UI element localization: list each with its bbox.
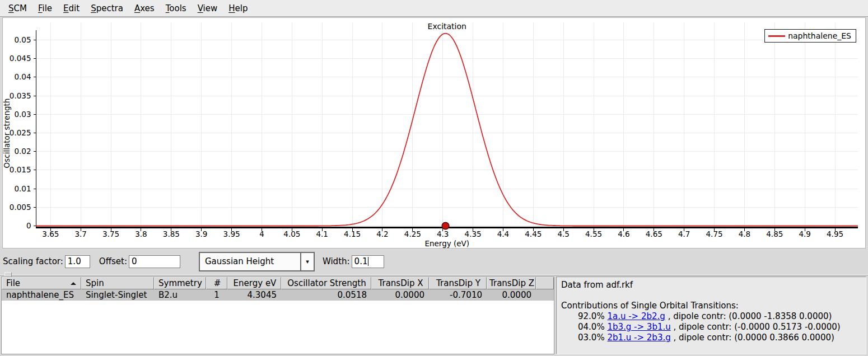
y-tick-label: 0.03 [14, 110, 31, 119]
y-tick-label: 0.005 [10, 203, 31, 212]
broadening-method-value: Gaussian Height [200, 253, 300, 270]
column-header-oscillator-strength[interactable]: Oscillator Strength [281, 277, 371, 289]
y-axis-label: Oscillator strength [3, 99, 11, 168]
column-header-label: File [6, 278, 20, 288]
gridlines [36, 22, 858, 228]
y-tick-label: 0.035 [10, 91, 31, 100]
column-header-file[interactable]: File [2, 277, 81, 289]
offset-label: Offset: [99, 256, 127, 266]
table-cell: naphthalene_ES [2, 289, 81, 301]
table-cell: Singlet-Singlet [81, 289, 154, 301]
menu-item-axes[interactable]: Axes [129, 2, 160, 15]
x-tick-label: 4.4 [497, 229, 509, 238]
scaling-factor-label: Scaling factor: [3, 256, 63, 266]
menu-item-file[interactable]: File [32, 2, 58, 15]
spectrum-curve [36, 34, 858, 226]
menu-item-tools[interactable]: Tools [160, 2, 192, 15]
chevron-down-icon: ▾ [300, 253, 314, 270]
table-cell: 0.0518 [281, 289, 371, 301]
y-tick-label: 0.05 [14, 35, 31, 44]
x-tick-label: 3.65 [42, 229, 59, 238]
x-tick-label: 4.5 [557, 229, 569, 238]
column-header-filler[interactable] [536, 277, 554, 289]
column-header-energy-ev[interactable]: Energy eV [227, 277, 281, 289]
contributions-list: 92.0% 1a.u -> 2b2.g , dipole contr: (0.0… [561, 311, 861, 343]
x-tick-label: 4.15 [344, 229, 361, 238]
legend-label: naphthalene_ES [788, 31, 851, 40]
contribution-detail: , dipole contr: (0.0000 -1.8358 0.0000) [665, 311, 832, 321]
x-tick-label: 4.9 [799, 229, 810, 238]
menu-item-scm[interactable]: SCM [3, 2, 32, 15]
y-tick-label: 0.015 [10, 165, 31, 174]
x-tick-label: 4.75 [706, 229, 723, 238]
x-tick-label: 4.55 [585, 229, 602, 238]
scaling-factor-input[interactable] [65, 255, 90, 268]
x-tick-label: 3.75 [102, 229, 119, 238]
contribution-percent: 03.0% [578, 332, 607, 343]
contribution-detail: , dipole contr: (0.0000 0.3866 0.0000) [671, 332, 834, 343]
column-header-label: Symmetry [158, 278, 202, 288]
x-tick-label: 4.1 [316, 229, 328, 238]
spectrum-chart: 3.653.73.753.83.853.93.9544.054.14.154.2… [3, 18, 865, 248]
broadening-method-select[interactable]: Gaussian Height ▾ [199, 252, 315, 271]
table-cell: -0.7010 [429, 289, 487, 301]
x-tick-label: 4.45 [525, 229, 542, 238]
table-cell: 0.0000 [371, 289, 429, 301]
column-header-label: Oscillator Strength [287, 278, 366, 288]
x-tick-label: 4.95 [827, 229, 843, 238]
chart-title: Excitation [428, 22, 466, 31]
x-tick-label: 4.2 [376, 229, 388, 238]
column-header-label: TransDip Z [489, 278, 534, 288]
column-header--[interactable]: # [206, 277, 227, 289]
text-caret [368, 257, 368, 266]
contribution-percent: 92.0% [578, 311, 607, 321]
table-cell: B2.u [154, 289, 206, 301]
x-tick-label: 3.8 [135, 229, 147, 238]
sort-ascending-icon [71, 282, 76, 285]
column-header-spin[interactable]: Spin [81, 277, 154, 289]
menu-item-spectra[interactable]: Spectra [85, 2, 129, 15]
column-header-transdip-y[interactable]: TransDip Y [429, 277, 487, 289]
y-tick-label: 0 [26, 221, 31, 230]
x-tick-label: 4.65 [646, 229, 662, 238]
column-header-transdip-x[interactable]: TransDip X [371, 277, 429, 289]
column-header-label: TransDip Y [436, 278, 480, 288]
peak-marker[interactable] [442, 222, 449, 229]
menu-item-edit[interactable]: Edit [58, 2, 85, 15]
table-cell: 1 [206, 289, 227, 301]
excitations-table: FileSpinSymmetry#Energy eVOscillator Str… [1, 277, 554, 354]
orbital-transition-link[interactable]: 1b3.g -> 3b1.u [607, 322, 670, 332]
x-tick-label: 3.95 [223, 229, 240, 238]
y-tick-label: 0.04 [14, 72, 31, 81]
tick-labels: 3.653.73.753.83.853.93.9544.054.14.154.2… [10, 35, 843, 238]
column-header-symmetry[interactable]: Symmetry [154, 277, 206, 289]
x-tick-label: 4.6 [618, 229, 629, 238]
orbital-transition-link[interactable]: 1a.u -> 2b2.g [607, 311, 665, 321]
column-header-label: # [214, 278, 221, 288]
x-tick-label: 3.9 [195, 229, 207, 238]
x-axis-label: Energy (eV) [424, 239, 469, 248]
spacer [561, 291, 861, 301]
x-tick-label: 4.85 [766, 229, 783, 238]
contribution-detail: , dipole contr: (-0.0000 0.5173 -0.0000) [671, 322, 841, 332]
contribution-row: 03.0% 2b1.u -> 2b3.g , dipole contr: (0.… [561, 332, 861, 343]
table-cell: 0.0000 [487, 289, 536, 301]
table-header-row: FileSpinSymmetry#Energy eVOscillator Str… [2, 277, 554, 289]
pane-splitter[interactable] [0, 274, 868, 276]
x-tick-label: 4.25 [404, 229, 421, 238]
x-tick-label: 3.85 [163, 229, 180, 238]
menu-item-help[interactable]: Help [223, 2, 253, 15]
column-header-transdip-z[interactable]: TransDip Z [487, 277, 536, 289]
offset-input[interactable] [129, 255, 180, 268]
table-row[interactable]: naphthalene_ESSinglet-SingletB2.u14.3045… [2, 289, 554, 301]
x-tick-label: 4 [259, 229, 264, 238]
x-tick-label: 4.7 [678, 229, 690, 238]
width-input[interactable]: 0.1 [352, 255, 384, 268]
contribution-row: 92.0% 1a.u -> 2b2.g , dipole contr: (0.0… [561, 311, 861, 322]
menu-item-view[interactable]: View [192, 2, 223, 15]
orbital-transition-link[interactable]: 2b1.u -> 2b3.g [607, 332, 670, 343]
spectrum-controls: Scaling factor: Offset: Gaussian Height … [0, 249, 868, 274]
legend: naphthalene_ES [764, 29, 856, 43]
info-source-line: Data from adf.rkf [561, 280, 861, 291]
legend-line-sample [768, 35, 785, 37]
